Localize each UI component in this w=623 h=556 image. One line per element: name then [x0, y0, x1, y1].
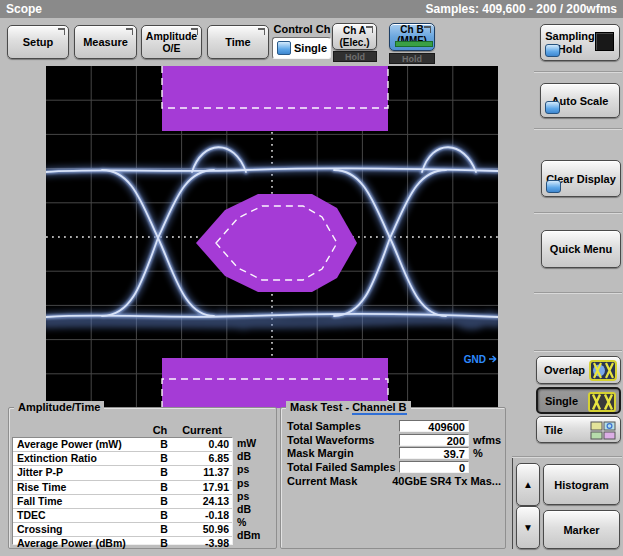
- single-eye-icon: [588, 392, 616, 414]
- sampling-hold-button[interactable]: Sampling Hold: [540, 24, 620, 61]
- scroll-up-button[interactable]: ▲: [516, 463, 540, 506]
- single-toggle-label: Single: [294, 42, 327, 54]
- marker-button[interactable]: Marker: [543, 510, 620, 549]
- single-view-button[interactable]: Single: [536, 387, 621, 414]
- mask-test-label: Total Waveforms: [287, 434, 374, 447]
- single-checkbox-icon[interactable]: [277, 41, 291, 55]
- divider: [534, 71, 622, 73]
- title-bar: Scope Samples: 409,600 - 200 / 200wfms: [0, 0, 623, 18]
- amplitude-oe-button[interactable]: Amplitude O/E: [141, 25, 202, 59]
- mask-regions: [162, 66, 388, 408]
- measurement-channel: B: [153, 466, 175, 479]
- table-row: Average Power (mW) B 0.40: [13, 438, 232, 452]
- menu-corner-icon: [366, 26, 373, 33]
- measurement-label: Jitter P-P: [17, 466, 63, 479]
- measurement-value: 6.85: [174, 452, 229, 465]
- amplitude-time-panel-title: Amplitude/Time: [14, 401, 104, 413]
- measurement-unit: ps: [237, 490, 260, 503]
- tile-label: Tile: [544, 424, 563, 436]
- gnd-arrow-icon: [489, 356, 496, 362]
- time-button-label: Time: [225, 36, 250, 48]
- measurement-unit: ps: [237, 477, 260, 490]
- mask-test-value: 39.7: [399, 447, 469, 459]
- clear-display-button[interactable]: Clear Display: [541, 160, 621, 197]
- mask-test-label: Total Failed Samples: [287, 461, 396, 474]
- measurement-channel: B: [153, 537, 175, 550]
- channel-b-hold-button[interactable]: Hold: [389, 53, 435, 64]
- time-button[interactable]: Time: [207, 25, 269, 59]
- histogram-label: Histogram: [554, 479, 608, 491]
- channel-b-button[interactable]: Ch B(MMF): [389, 23, 435, 51]
- mask-test-row: Total Failed Samples 0: [281, 461, 505, 474]
- samples-status: Samples: 409,600 - 200 / 200wfms: [426, 2, 617, 16]
- measurement-channel: B: [153, 481, 175, 494]
- overlap-eye-icon: [589, 360, 617, 383]
- measure-button-label: Measure: [83, 36, 128, 48]
- measurement-value: 24.13: [174, 495, 229, 508]
- eye-diagram-canvas: GND: [46, 66, 498, 408]
- quick-menu-button[interactable]: Quick Menu: [541, 230, 621, 268]
- control-ch-label: Control Ch: [272, 23, 332, 35]
- channel-a-hold-label: Hold: [345, 52, 365, 62]
- tile-view-button[interactable]: Tile: [536, 416, 621, 443]
- table-row: Rise Time B 17.91: [13, 481, 232, 495]
- measurement-label: Average Power (mW): [17, 438, 122, 451]
- current-mask-value: 40GbE SR4 Tx Mas...: [392, 475, 501, 488]
- current-mask-label: Current Mask: [287, 475, 357, 488]
- setup-button[interactable]: Setup: [7, 25, 69, 59]
- measurement-channel: B: [153, 452, 175, 465]
- overlap-view-button[interactable]: Overlap: [536, 356, 621, 384]
- channel-a-button[interactable]: Ch A(Elec.): [332, 23, 377, 50]
- current-mask-row: Current Mask 40GbE SR4 Tx Mas...: [281, 475, 505, 488]
- measurement-label: Fall Time: [17, 495, 62, 508]
- up-arrow-icon: ▲: [523, 479, 533, 490]
- setup-button-label: Setup: [23, 36, 54, 48]
- gnd-label: GND: [464, 354, 486, 365]
- measurement-label: Crossing: [17, 523, 63, 536]
- measurement-value: -0.18: [174, 509, 229, 522]
- marker-label: Marker: [563, 524, 599, 536]
- table-row: Fall Time B 24.13: [13, 495, 232, 509]
- scroll-down-button[interactable]: ▼: [516, 506, 540, 549]
- down-arrow-icon: ▼: [523, 522, 533, 533]
- measure-button[interactable]: Measure: [74, 25, 137, 59]
- unit-column: mW dB ps ps ps dB % dBm: [237, 437, 260, 543]
- menu-corner-icon: [258, 28, 265, 35]
- measurement-value: 50.96: [174, 523, 229, 536]
- channel-a-hold-button[interactable]: Hold: [333, 51, 377, 62]
- divider: [512, 456, 622, 458]
- single-view-label: Single: [545, 395, 578, 407]
- measurement-value: 11.37: [174, 466, 229, 479]
- scope-application-window: Scope Samples: 409,600 - 200 / 200wfms S…: [0, 0, 623, 556]
- mask-test-label: Total Samples: [287, 420, 361, 433]
- mask-test-value: 0: [399, 461, 469, 473]
- channel-b-active-bar: [395, 41, 433, 47]
- measurement-unit: dB: [237, 503, 260, 516]
- divider: [534, 128, 622, 130]
- auto-scale-button[interactable]: Auto Scale: [540, 83, 620, 118]
- mask-test-panel-title: Mask Test - Channel B: [286, 401, 411, 413]
- table-row: Extinction Ratio B 6.85: [13, 452, 232, 466]
- mask-test-row: Total Waveforms 200 wfms: [281, 434, 505, 447]
- divider: [534, 292, 622, 294]
- table-row: Crossing B 50.96: [13, 523, 232, 537]
- control-ch-single-toggle[interactable]: Single: [272, 37, 331, 59]
- channel-a-button-label: Ch A(Elec.): [339, 25, 369, 48]
- measurement-value: 0.40: [174, 438, 229, 451]
- mask-test-unit: wfms: [473, 434, 501, 447]
- auto-scale-label: Auto Scale: [552, 95, 609, 107]
- menu-corner-icon: [191, 28, 198, 35]
- menu-corner-icon: [58, 28, 65, 35]
- measurement-unit: ps: [237, 463, 260, 476]
- menu-corner-icon: [126, 28, 133, 35]
- column-header-ch: Ch: [150, 424, 170, 436]
- sampling-hold-led: [545, 44, 560, 57]
- mask-test-channel: Channel B: [352, 401, 406, 415]
- measurement-channel: B: [153, 438, 175, 451]
- quick-menu-label: Quick Menu: [550, 243, 612, 255]
- mask-center-region: [196, 194, 357, 292]
- measurement-label: Extinction Ratio: [17, 452, 97, 465]
- histogram-button[interactable]: Histogram: [543, 464, 620, 505]
- divider: [512, 458, 513, 549]
- measurement-value: 17.91: [174, 481, 229, 494]
